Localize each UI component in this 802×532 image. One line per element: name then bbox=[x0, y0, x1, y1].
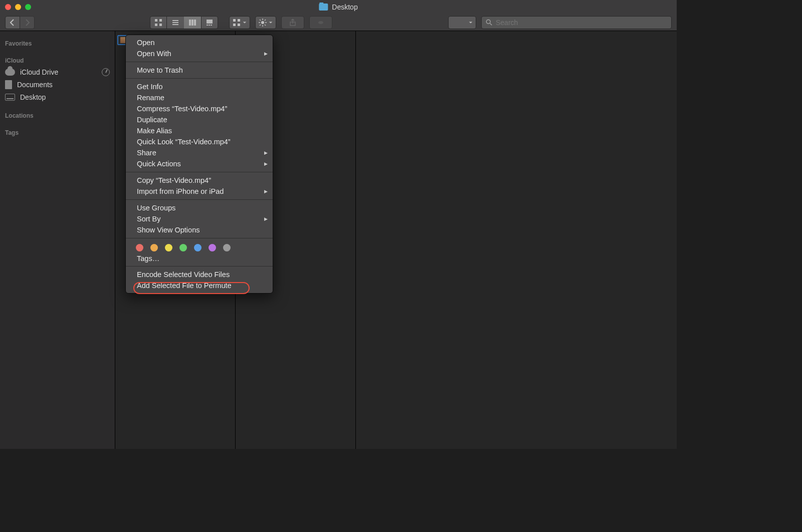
toolbar-extra-dropdown[interactable] bbox=[448, 16, 476, 29]
window-body: Favorites iCloud iCloud Drive Documents … bbox=[0, 31, 677, 449]
cloud-icon bbox=[5, 69, 15, 76]
svg-point-18 bbox=[261, 21, 264, 24]
ctx-separator bbox=[126, 199, 273, 200]
sidebar-section-locations: Locations bbox=[0, 109, 115, 121]
ctx-open-with[interactable]: Open With bbox=[126, 48, 273, 59]
tag-blue[interactable] bbox=[194, 244, 202, 251]
sidebar-item-label: iCloud Drive bbox=[20, 68, 58, 76]
toolbar bbox=[0, 14, 677, 31]
ctx-add-to-permute[interactable]: Add Selected File to Permute bbox=[126, 280, 273, 291]
desktop-icon bbox=[5, 94, 15, 101]
svg-rect-11 bbox=[207, 25, 208, 26]
sidebar-item-desktop[interactable]: Desktop bbox=[0, 91, 115, 103]
zoom-window-button[interactable] bbox=[25, 4, 31, 10]
nav-buttons-group bbox=[5, 16, 35, 29]
svg-rect-17 bbox=[238, 24, 240, 26]
ctx-separator bbox=[126, 172, 273, 172]
search-icon bbox=[486, 19, 493, 26]
sidebar-section-tags: Tags bbox=[0, 126, 115, 138]
svg-line-30 bbox=[490, 23, 492, 25]
svg-rect-6 bbox=[172, 24, 178, 25]
svg-rect-14 bbox=[233, 19, 236, 22]
group-by-dropdown[interactable] bbox=[229, 16, 250, 29]
ctx-move-to-trash[interactable]: Move to Trash bbox=[126, 65, 273, 76]
ctx-separator bbox=[126, 266, 273, 267]
svg-rect-7 bbox=[189, 20, 191, 26]
ctx-separator bbox=[126, 62, 273, 62]
ctx-tags-section bbox=[126, 241, 273, 252]
tag-gray[interactable] bbox=[223, 244, 231, 251]
tag-purple[interactable] bbox=[209, 244, 216, 251]
ctx-separator bbox=[126, 238, 273, 238]
sidebar-section-icloud: iCloud bbox=[0, 54, 115, 66]
back-button[interactable] bbox=[5, 16, 20, 29]
finder-window: Desktop bbox=[0, 0, 677, 449]
ctx-tags-more[interactable]: Tags… bbox=[126, 252, 273, 263]
tag-red[interactable] bbox=[136, 244, 143, 251]
share-button[interactable] bbox=[281, 16, 304, 29]
close-window-button[interactable] bbox=[5, 4, 11, 10]
svg-rect-1 bbox=[159, 19, 162, 22]
ctx-get-info[interactable]: Get Info bbox=[126, 81, 273, 92]
ctx-use-groups[interactable]: Use Groups bbox=[126, 202, 273, 213]
svg-rect-5 bbox=[172, 22, 178, 23]
svg-rect-10 bbox=[207, 20, 213, 24]
sidebar-item-label: Documents bbox=[17, 81, 53, 89]
svg-rect-16 bbox=[233, 24, 236, 26]
tag-orange[interactable] bbox=[150, 244, 158, 251]
svg-rect-13 bbox=[211, 25, 212, 26]
view-columns-button[interactable] bbox=[184, 16, 201, 29]
view-icons-button[interactable] bbox=[150, 16, 167, 29]
svg-rect-0 bbox=[155, 19, 157, 22]
tag-yellow[interactable] bbox=[165, 244, 172, 251]
document-icon bbox=[5, 80, 12, 89]
ctx-show-view-options[interactable]: Show View Options bbox=[126, 224, 273, 235]
sidebar-item-label: Desktop bbox=[20, 93, 46, 101]
ctx-quick-actions[interactable]: Quick Actions bbox=[126, 158, 273, 169]
traffic-lights bbox=[5, 4, 31, 10]
ctx-compress[interactable]: Compress “Test-Video.mp4” bbox=[126, 103, 273, 114]
sidebar-item-icloud-drive[interactable]: iCloud Drive bbox=[0, 66, 115, 78]
view-mode-segmented bbox=[150, 16, 218, 29]
svg-line-26 bbox=[265, 20, 266, 21]
ctx-share[interactable]: Share bbox=[126, 147, 273, 158]
ctx-duplicate[interactable]: Duplicate bbox=[126, 114, 273, 125]
view-gallery-button[interactable] bbox=[201, 16, 218, 29]
svg-rect-3 bbox=[159, 24, 162, 26]
svg-rect-9 bbox=[194, 20, 196, 26]
svg-rect-12 bbox=[209, 25, 210, 26]
sync-progress-icon bbox=[102, 68, 110, 76]
search-input[interactable] bbox=[496, 19, 667, 27]
context-menu: Open Open With Move to Trash Get Info Re… bbox=[125, 35, 273, 294]
action-dropdown[interactable] bbox=[255, 16, 276, 29]
minimize-window-button[interactable] bbox=[15, 4, 21, 10]
ctx-encode-video[interactable]: Encode Selected Video Files bbox=[126, 269, 273, 280]
ctx-make-alias[interactable]: Make Alias bbox=[126, 125, 273, 136]
svg-rect-8 bbox=[191, 20, 193, 26]
tag-green[interactable] bbox=[179, 244, 187, 251]
window-title: Desktop bbox=[332, 3, 357, 11]
svg-rect-2 bbox=[155, 24, 157, 26]
sidebar-section-favorites: Favorites bbox=[0, 37, 115, 49]
ctx-quick-look[interactable]: Quick Look “Test-Video.mp4” bbox=[126, 136, 273, 147]
tag-color-row bbox=[136, 244, 263, 251]
svg-point-29 bbox=[486, 20, 490, 24]
svg-line-24 bbox=[265, 25, 266, 26]
ctx-open[interactable]: Open bbox=[126, 37, 273, 48]
ctx-copy[interactable]: Copy “Test-Video.mp4” bbox=[126, 175, 273, 186]
ctx-import-iphone[interactable]: Import from iPhone or iPad bbox=[126, 186, 273, 197]
view-list-button[interactable] bbox=[167, 16, 184, 29]
ctx-separator bbox=[126, 78, 273, 79]
svg-rect-4 bbox=[172, 20, 178, 21]
tag-button[interactable] bbox=[309, 16, 332, 29]
forward-button[interactable] bbox=[20, 16, 35, 29]
titlebar: Desktop bbox=[0, 0, 677, 14]
sidebar-item-documents[interactable]: Documents bbox=[0, 78, 115, 91]
svg-point-28 bbox=[318, 21, 323, 24]
svg-line-23 bbox=[260, 20, 261, 21]
search-field[interactable] bbox=[481, 16, 672, 29]
sidebar: Favorites iCloud iCloud Drive Documents … bbox=[0, 31, 115, 449]
ctx-sort-by[interactable]: Sort By bbox=[126, 213, 273, 224]
ctx-rename[interactable]: Rename bbox=[126, 92, 273, 103]
folder-icon bbox=[319, 4, 328, 11]
